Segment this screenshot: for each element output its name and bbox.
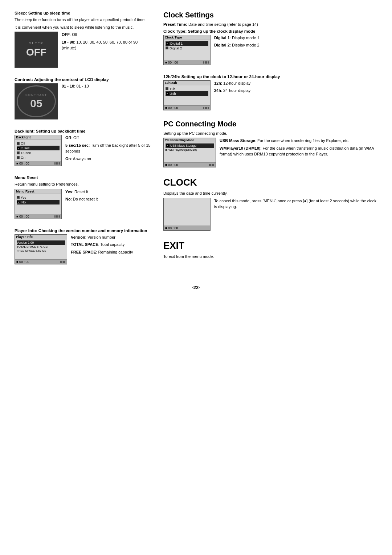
exit-section: EXIT To exit from the menu mode. xyxy=(163,240,377,260)
sleep-para1: The sleep time function turns off the pl… xyxy=(15,17,152,23)
player-info-bars xyxy=(60,261,65,263)
menu-reset-display-row: Menu Reset Yes ✓ No ■ 00 : 00 xyxy=(15,189,152,222)
player-info-display-row: Player Info Version 1.00 TOTAL SPACE 5.7… xyxy=(15,234,152,267)
contrast-range: 01 - 10: 01 - 10 xyxy=(62,83,152,89)
pc-connecting-params: USB Mass Storage: For the case when tran… xyxy=(220,138,377,159)
pc-connecting-lcd: PC Connecting Mode ✓ USB Mass Storage ▶ … xyxy=(163,138,216,170)
backlight-row-15sec: 15 sec xyxy=(17,150,60,155)
menu-reset-row-no: ✓ No xyxy=(17,200,60,204)
clock-para: Displays the date and time currently. xyxy=(163,190,377,197)
hour-display-footer: ■ 00 : 00 xyxy=(164,105,210,110)
left-column: Sleep: Setting up sleep time The sleep t… xyxy=(15,11,152,274)
clock-type-body: ✓ Digital 1 Digital 2 xyxy=(164,40,210,60)
bar3 xyxy=(63,261,64,263)
contrast-section: Contrast: Adjusting the contrast of LCD … xyxy=(15,77,152,122)
backlight-section: Backlight: Setting up backlight time Bac… xyxy=(15,129,152,169)
menu-reset-footer: ■ 00 : 00 xyxy=(15,214,61,219)
menu-reset-radio-yes xyxy=(17,196,20,199)
pc-connecting-row-usb: ✓ USB Mass Storage xyxy=(166,143,214,148)
menu-reset-screen: Menu Reset Yes ✓ No ■ 00 : 00 xyxy=(15,189,62,219)
clock-type-time: ■ 00 : 00 xyxy=(165,61,178,64)
hour-display-radio-12h xyxy=(166,87,168,90)
sleep-para2: It is convenient when you want to sleep … xyxy=(15,24,152,31)
sleep-section: Sleep: Setting up sleep time The sleep t… xyxy=(15,11,152,71)
clock-desc: To cancel this mode, press [MENU] once o… xyxy=(214,198,377,211)
bar1 xyxy=(60,261,61,263)
menu-reset-params: Yes: Reset it No: Do not reset it xyxy=(65,189,152,204)
clock-settings-section: Clock Settings Preset Time: Date and tim… xyxy=(163,11,377,113)
bar2 xyxy=(61,261,62,263)
backlight-row-5sec: ✓ 5 sec xyxy=(17,146,60,150)
sleep-display-row: SLEEP OFF OFF: Off 10 - 90: 10, 20, 30, … xyxy=(15,32,152,71)
sleep-heading: Sleep: Setting up sleep time xyxy=(15,11,152,15)
bar2 xyxy=(56,162,57,165)
contrast-lcd: CONTRAST 05 xyxy=(15,83,58,122)
player-info-title: Player Info xyxy=(15,235,67,239)
exit-heading: EXIT xyxy=(163,240,377,251)
player-info-time: ■ 00 : 00 xyxy=(16,260,29,264)
bar3 xyxy=(212,164,213,166)
menu-reset-time: ■ 00 : 00 xyxy=(16,215,29,218)
player-info-total-param: TOTAL SPACE: Total capacity xyxy=(71,242,152,248)
clock-footer: ■ 00 : 00 xyxy=(164,226,210,230)
bar4 xyxy=(64,261,65,263)
contrast-params: 01 - 10: 01 - 10 xyxy=(62,83,152,91)
bar2 xyxy=(56,215,57,218)
bar3 xyxy=(57,215,58,218)
sleep-off: OFF: Off xyxy=(62,32,152,38)
pc-connecting-footer: ■ 00 : 00 xyxy=(164,162,216,167)
backlight-footer: ■ 00 : 00 xyxy=(15,161,61,166)
hour-display-row-12h: 12h xyxy=(166,86,208,91)
pc-connecting-wm-param: WMPlayer10 (DRM10): For the case when tr… xyxy=(220,145,377,157)
hour-display-time: ■ 00 : 00 xyxy=(165,106,178,110)
clock-time: ■ 00 : 00 xyxy=(165,226,178,230)
clock-type-row: Clock Type ✓ Digital 1 Digital 2 ■ xyxy=(163,35,377,68)
bar1 xyxy=(54,162,56,165)
player-info-row-total: TOTAL SPACE 5.71 GB xyxy=(17,245,65,249)
bar1 xyxy=(203,107,204,109)
clock-settings-heading: Clock Settings xyxy=(163,11,377,19)
clock-type-d1-param: Digital 1: Display mode 1 xyxy=(214,35,377,41)
hour-display-row-24h: ✓ 24h xyxy=(166,91,208,96)
clock-type-section: Clock Type: Setting up the clock display… xyxy=(163,29,377,68)
player-info-heading: Player Info: Checking the version number… xyxy=(15,228,152,233)
bar2 xyxy=(205,61,206,64)
menu-reset-section: Menu Reset Return menu setting to Prefer… xyxy=(15,175,152,222)
player-info-screen: Player Info Version 1.00 TOTAL SPACE 5.7… xyxy=(15,234,67,264)
bar4 xyxy=(213,164,214,166)
exit-para: To exit from the menu mode. xyxy=(163,254,377,260)
clock-display-row: ■ 00 : 00 To cancel this mode, press [ME… xyxy=(163,198,377,234)
menu-reset-check-no: ✓ xyxy=(17,200,20,204)
player-info-row-version: Version 1.00 xyxy=(17,240,65,245)
menu-reset-para: Return menu setting to Preferences. xyxy=(15,181,152,187)
clock-type-lcd: Clock Type ✓ Digital 1 Digital 2 ■ xyxy=(163,35,211,68)
clock-heading: CLOCK xyxy=(163,177,377,188)
clock-settings-preset: Preset Time: Date and time setting (refe… xyxy=(163,21,377,28)
backlight-on-param: On: Always on xyxy=(65,156,152,162)
bar4 xyxy=(208,107,209,109)
sleep-range: 10 - 90: 10, 20, 30, 40, 50, 60, 70, 80 … xyxy=(62,39,152,51)
hour-24h-param: 24h: 24-hour display xyxy=(214,88,377,94)
hour-display-body: 12h ✓ 24h xyxy=(164,85,210,105)
hour-display-screen: 12h/24h 12h ✓ 24h ■ 00 : 00 xyxy=(163,80,211,110)
hour-display-section: 12h/24h: Setting up the clock to 12-hour… xyxy=(163,74,377,113)
backlight-radio-on xyxy=(17,156,20,159)
hour-display-bars xyxy=(203,107,209,109)
backlight-screen: Backlight Off ✓ 5 sec 15 sec xyxy=(15,135,62,166)
hour-display-check-24h: ✓ xyxy=(166,92,169,95)
pc-connecting-title: PC Connecting Mode xyxy=(164,138,216,142)
backlight-sec-param: 5 sec/15 sec: Turn off the backlight aft… xyxy=(65,142,152,154)
clock-type-params: Digital 1: Display mode 1 Digital 2: Dis… xyxy=(214,35,377,50)
hour-display-params: 12h: 12-hour display 24h: 24-hour displa… xyxy=(214,80,377,95)
player-info-params: Version: Version number TOTAL SPACE: Tot… xyxy=(71,234,152,257)
bar1 xyxy=(203,61,204,64)
pc-connecting-row-wm: ▶ WMPlayer10(DRM10) xyxy=(166,148,214,152)
pc-connecting-screen: PC Connecting Mode ✓ USB Mass Storage ▶ … xyxy=(163,138,216,167)
clock-screen: ■ 00 : 00 xyxy=(163,198,211,231)
bar4 xyxy=(208,61,209,64)
menu-reset-yes-param: Yes: Reset it xyxy=(65,189,152,195)
menu-reset-title: Menu Reset xyxy=(15,189,61,194)
bar3 xyxy=(206,107,207,109)
pc-connecting-para: Setting up the PC connecting mode. xyxy=(163,130,377,137)
backlight-time: ■ 00 : 00 xyxy=(16,162,29,165)
